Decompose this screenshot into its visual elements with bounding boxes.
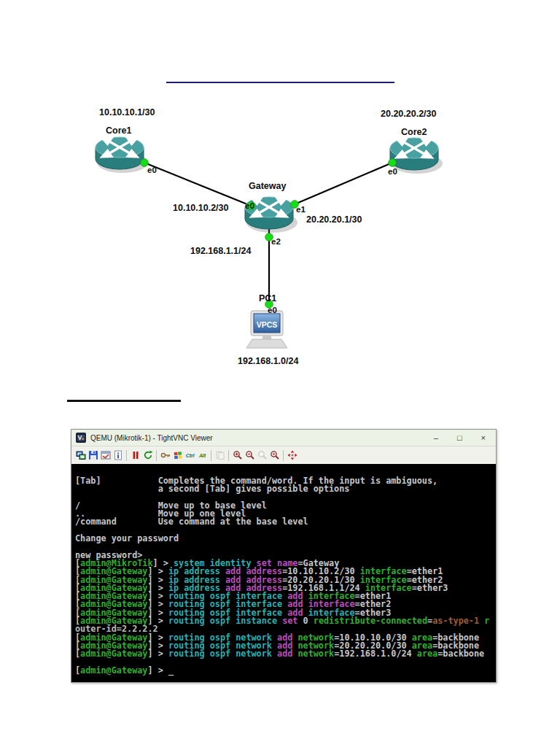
topology-canvas: VPCS	[0, 0, 560, 409]
zoom-normal-icon	[256, 449, 268, 462]
toolbar-separator	[156, 450, 157, 461]
label-gateway-lan-ip: 192.168.1.1/24	[190, 246, 251, 256]
label-pc1-name: PC1	[259, 293, 276, 303]
label-lan-subnet: 192.168.1.0/24	[238, 356, 298, 366]
tightvnc-app-icon	[76, 433, 86, 443]
close-button[interactable]: ×	[481, 434, 486, 442]
link-core1-gateway	[144, 163, 251, 206]
network-topology-diagram: VPCS 10.10.10.1/30Core120.20.20.2/30Core…	[0, 0, 560, 409]
minimize-button[interactable]: –	[434, 434, 438, 442]
label-core2-ip: 20.20.20.2/30	[381, 109, 436, 119]
toolbar-separator	[283, 450, 284, 461]
window-titlebar[interactable]: QEMU (Mikrotik-1) - TightVNC Viewer – □ …	[71, 430, 496, 446]
label-gateway-port-e1: e1	[296, 205, 306, 214]
terminal-output: [Tab] Completes the command/word. If the…	[75, 477, 496, 675]
ctrl-alt-del-icon[interactable]	[159, 449, 171, 462]
toolbar-separator	[211, 450, 211, 461]
window-controls: – □ ×	[434, 434, 486, 442]
ctrl-key-label: Ctrl	[186, 452, 195, 459]
label-core2-port-e0: e0	[388, 167, 397, 176]
vpcs-label: VPCS	[257, 320, 278, 329]
refresh-icon[interactable]	[141, 449, 154, 462]
window-title: QEMU (Mikrotik-1) - TightVNC Viewer	[90, 434, 429, 442]
pause-icon[interactable]	[129, 449, 141, 462]
alt-key-label: Alt	[199, 452, 206, 459]
router-core1-icon	[96, 137, 148, 173]
terminal-line: [admin@Gateway] > routing ospf network a…	[75, 650, 496, 658]
toolbar: CtrlAlt	[71, 446, 496, 465]
terminal-screen[interactable]: [Tab] Completes the command/word. If the…	[71, 464, 496, 682]
file-transfer-icon	[214, 449, 226, 462]
zoom-out-icon[interactable]	[244, 449, 256, 462]
label-core1-port-e0: e0	[147, 166, 157, 174]
pc1-vpcs-icon: VPCS	[246, 311, 287, 348]
new-connection-icon[interactable]	[74, 449, 87, 462]
zoom-auto-icon[interactable]	[268, 449, 281, 462]
label-gateway-right-ip: 20.20.20.1/30	[306, 214, 362, 225]
connection-info-icon[interactable]	[112, 449, 124, 462]
label-gateway-left-ip: 10.10.10.2/30	[173, 203, 228, 213]
label-core1-name: Core1	[106, 125, 131, 136]
link-core2-gateway	[295, 163, 392, 204]
label-gateway-port-e0: e0	[245, 201, 254, 210]
router-core2-icon	[390, 138, 443, 174]
maximize-button[interactable]: □	[457, 434, 462, 442]
label-pc1-port-e0: e0	[268, 306, 277, 314]
full-screen-icon[interactable]	[286, 449, 298, 462]
terminal-line: /command Use command at the base level	[75, 518, 496, 526]
tightvnc-window: QEMU (Mikrotik-1) - TightVNC Viewer – □ …	[71, 429, 497, 683]
toolbar-separator	[126, 450, 127, 461]
label-core1-ip: 10.10.10.1/30	[99, 107, 155, 117]
document-page: VPCS 10.10.10.1/30Core120.20.20.2/30Core…	[0, 0, 560, 747]
label-core2-name: Core2	[401, 127, 427, 137]
terminal-line: [admin@Gateway] > _	[75, 667, 496, 675]
section-heading-underline	[67, 400, 181, 402]
alt-key-icon[interactable]: Alt	[196, 449, 209, 462]
terminal-line: a second [Tab] gives possible options	[75, 485, 496, 493]
connection-options-icon[interactable]	[99, 449, 112, 462]
label-gateway-port-e2: e2	[271, 237, 281, 246]
ctrl-key-icon[interactable]: Ctrl	[184, 449, 196, 462]
terminal-line: Change your password	[75, 535, 496, 543]
win-key-icon[interactable]	[171, 449, 184, 462]
toolbar-separator	[228, 450, 229, 461]
zoom-in-icon[interactable]	[231, 449, 244, 462]
save-session-icon[interactable]	[87, 449, 99, 462]
label-gateway-name: Gateway	[249, 181, 286, 191]
